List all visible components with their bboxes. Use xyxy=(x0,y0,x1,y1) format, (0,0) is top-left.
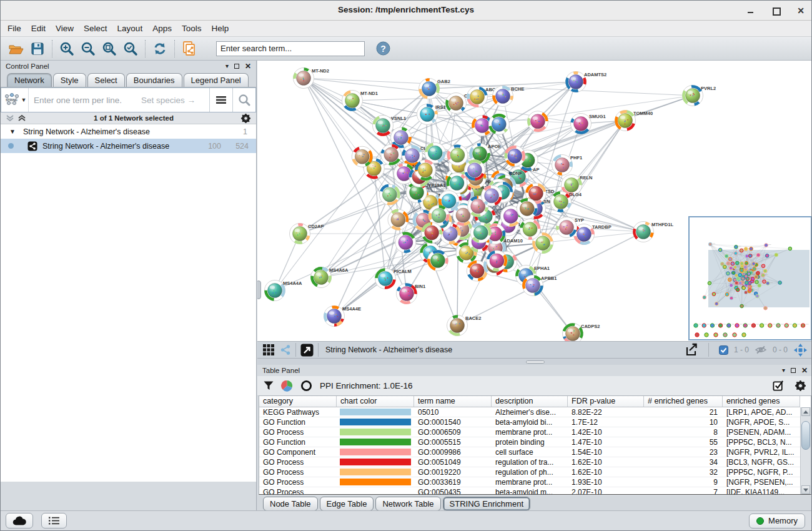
column-header-FDR-p-value[interactable]: FDR p-value xyxy=(568,396,644,407)
network-node[interactable] xyxy=(517,198,537,219)
table-row[interactable]: GO ProcessGO:0006509membrane prot...1.42… xyxy=(259,427,800,437)
cloud-tasks-button[interactable] xyxy=(6,513,33,529)
menu-apps[interactable]: Apps xyxy=(152,22,177,35)
string-query-input[interactable]: Enter one term per line. Set species → xyxy=(29,88,209,112)
close-button[interactable]: ✕ xyxy=(796,6,805,15)
menu-tools[interactable]: Tools xyxy=(182,22,207,35)
table-row[interactable]: GO ProcessGO:0019220regulation of ph...1… xyxy=(259,467,800,477)
panel-close-icon[interactable]: ✕ xyxy=(245,63,251,69)
network-node[interactable]: TOMM40 xyxy=(615,111,653,131)
share-view-icon[interactable] xyxy=(280,344,291,355)
network-node[interactable] xyxy=(415,160,435,181)
menu-help[interactable]: Help xyxy=(211,22,234,35)
table-panel-menu-caret-icon[interactable]: ▾ xyxy=(782,367,785,374)
grid-view-icon[interactable] xyxy=(262,344,275,356)
network-node[interactable]: GAB2 xyxy=(419,79,450,99)
network-node[interactable] xyxy=(422,222,442,243)
network-node[interactable] xyxy=(482,186,502,206)
table-vertical-scrollbar[interactable] xyxy=(800,407,811,494)
maximize-button[interactable] xyxy=(771,6,780,15)
network-from-file-button[interactable] xyxy=(179,39,200,59)
tab-legend-panel[interactable]: Legend Panel xyxy=(184,73,249,87)
birds-eye-toggle-icon[interactable] xyxy=(793,343,808,357)
network-node[interactable]: PHF1 xyxy=(552,155,583,176)
tab-select[interactable]: Select xyxy=(87,73,125,87)
network-node[interactable] xyxy=(447,173,467,194)
minimize-button[interactable] xyxy=(746,6,755,15)
table-row[interactable]: GO ComponentGO:0009986cell surface1.54E-… xyxy=(259,447,800,457)
memory-button[interactable]: Memory xyxy=(749,514,805,529)
chart-settings-icon[interactable] xyxy=(281,380,293,392)
tab-string-enrichment[interactable]: STRING Enrichment xyxy=(443,497,530,511)
search-input[interactable] xyxy=(216,41,365,56)
column-header-chart-color[interactable]: chart color xyxy=(337,396,414,407)
tab-network-table[interactable]: Network Table xyxy=(375,497,440,511)
network-node[interactable] xyxy=(381,144,402,165)
menu-select[interactable]: Select xyxy=(84,22,113,35)
column-header-category[interactable]: category xyxy=(259,396,337,407)
expand-all-icon[interactable] xyxy=(17,114,27,122)
network-node[interactable]: APBB1 xyxy=(523,275,557,296)
network-node[interactable] xyxy=(427,250,448,270)
panel-float-icon[interactable] xyxy=(234,64,239,69)
birds-eye-view[interactable] xyxy=(688,216,812,340)
network-node[interactable] xyxy=(447,145,468,166)
string-search-button[interactable] xyxy=(232,88,255,112)
network-node[interactable] xyxy=(388,209,408,230)
network-node[interactable]: MS4A4A xyxy=(265,280,303,301)
panel-splitter[interactable] xyxy=(257,359,812,365)
network-node[interactable] xyxy=(352,146,372,167)
task-history-button[interactable] xyxy=(41,513,67,529)
network-node[interactable] xyxy=(527,111,548,132)
network-node[interactable]: MTHFD1L xyxy=(633,222,674,242)
network-node[interactable] xyxy=(470,222,491,243)
hidden-nodes-eye-icon[interactable] xyxy=(755,345,767,354)
panel-divider-grip[interactable] xyxy=(257,280,261,299)
string-options-button[interactable] xyxy=(209,88,232,112)
network-node[interactable] xyxy=(505,146,525,166)
table-row[interactable]: GO FunctionGO:0005515protein binding1.47… xyxy=(259,437,800,447)
menu-view[interactable]: View xyxy=(56,22,79,35)
open-session-button[interactable] xyxy=(6,39,27,59)
export-network-icon[interactable] xyxy=(685,343,698,357)
zoom-fit-button[interactable] xyxy=(99,39,120,59)
network-node[interactable]: BIN1 xyxy=(397,284,426,304)
network-node[interactable]: MS4A4E xyxy=(324,306,362,327)
menu-layout[interactable]: Layout xyxy=(117,22,149,35)
network-node[interactable]: MT-ND2 xyxy=(294,68,329,89)
save-session-button[interactable] xyxy=(27,39,48,59)
network-row[interactable]: String Network - Alzheimer's disease 100… xyxy=(1,139,256,153)
tab-node-table[interactable]: Node Table xyxy=(263,497,318,511)
scrollbar-thumb[interactable] xyxy=(801,421,810,450)
collapse-all-icon[interactable] xyxy=(6,114,15,122)
table-row[interactable]: GO ProcessGO:0050435beta-amyloid m...2.0… xyxy=(259,487,800,494)
network-node[interactable]: BACE2 xyxy=(447,315,482,336)
select-columns-icon[interactable] xyxy=(773,380,785,392)
scroll-down-button[interactable] xyxy=(801,485,810,494)
table-panel-close-icon[interactable]: ✕ xyxy=(801,367,808,374)
tab-edge-table[interactable]: Edge Table xyxy=(320,497,374,511)
help-button[interactable]: ? xyxy=(372,39,394,59)
tab-style[interactable]: Style xyxy=(53,73,86,87)
table-row[interactable]: GO ProcessGO:0033619membrane prot...1.93… xyxy=(259,477,800,487)
network-node[interactable] xyxy=(488,114,509,134)
network-node[interactable]: BCHE xyxy=(493,86,525,107)
menu-edit[interactable]: Edit xyxy=(31,22,51,35)
table-settings-gear-icon[interactable] xyxy=(795,380,806,392)
zoom-in-button[interactable] xyxy=(56,39,77,59)
column-header-term-name[interactable]: term name xyxy=(414,396,492,407)
network-node[interactable]: PVRL2 xyxy=(683,86,716,106)
tab-boundaries[interactable]: Boundaries xyxy=(126,73,182,87)
network-options-gear-icon[interactable] xyxy=(240,113,251,124)
network-node[interactable] xyxy=(487,251,507,271)
network-node[interactable] xyxy=(379,184,400,205)
network-node[interactable]: CADPS2 xyxy=(563,324,600,342)
network-node[interactable]: ADAMTS2 xyxy=(566,72,607,92)
table-panel-float-icon[interactable] xyxy=(791,368,796,373)
remove-chart-icon[interactable] xyxy=(300,380,312,392)
menu-file[interactable]: File xyxy=(7,22,27,35)
scroll-up-button[interactable] xyxy=(801,407,810,416)
table-row[interactable]: KEGG Pathways05010Alzheimer's dise...8.8… xyxy=(259,407,800,417)
tree-expand-triangle-icon[interactable]: ▼ xyxy=(9,128,16,135)
set-species-hint[interactable]: Set species → xyxy=(141,96,204,105)
